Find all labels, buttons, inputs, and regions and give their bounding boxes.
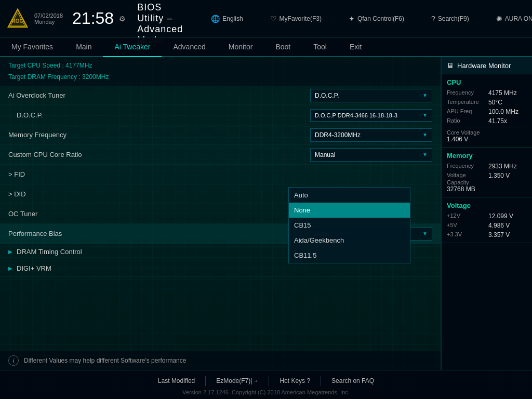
memory-freq-label: Memory Frequency	[8, 131, 310, 139]
hw-memory-section: Memory Frequency 2933 MHz Voltage 1.350 …	[442, 148, 532, 197]
date-display: 07/02/2018Monday	[34, 12, 63, 25]
aura-button[interactable]: ✺ AURA ON/OFF(F4)	[492, 12, 532, 25]
dropdown-arrow5: ▼	[422, 231, 428, 236]
digi-vrm-label: DIGI+ VRM	[17, 264, 51, 272]
mem-cap-val: 32768 MB	[447, 185, 527, 193]
info-text: Different Values may help different Soft…	[24, 357, 186, 364]
core-volt-val: 1.406 V	[447, 136, 527, 143]
apu-freq-key: APU Freq	[447, 108, 485, 115]
ai-overclock-dropdown[interactable]: D.O.C.P. ▼	[310, 89, 432, 102]
option-aida[interactable]: Aida/Geekbench	[289, 233, 410, 248]
hot-keys-button[interactable]: Hot Keys ?	[269, 376, 321, 386]
info-bottom: i Different Values may help different So…	[0, 351, 441, 370]
nav-bar: My Favorites Main Ai Tweaker Advanced Mo…	[0, 37, 532, 57]
mem-volt-val: 1.350 V	[488, 172, 527, 179]
heart-icon: ♡	[270, 15, 277, 23]
nav-main[interactable]: Main	[64, 37, 103, 57]
dropdown-arrow3: ▼	[422, 132, 428, 138]
memory-freq-control[interactable]: DDR4-3200MHz ▼	[310, 128, 432, 142]
option-none[interactable]: None	[289, 203, 410, 218]
oc-tuner-label: OC Tuner	[8, 210, 310, 218]
settings-gear-icon[interactable]: ⚙	[119, 15, 126, 23]
nav-ai-tweaker[interactable]: Ai Tweaker	[103, 37, 162, 57]
header: ROG 07/02/2018Monday 21:58 ⚙ UEFI BIOS U…	[0, 0, 532, 37]
hw-cpu-title: CPU	[447, 78, 527, 86]
settings-area: Ai Overclock Tuner D.O.C.P. ▼ D.O.C.P. D…	[0, 86, 441, 351]
cpu-temp-val: 50°C	[488, 99, 527, 106]
last-modified-button[interactable]: Last Modified	[148, 376, 206, 386]
hw-voltage-title: Voltage	[447, 202, 527, 209]
cpu-core-ratio-dropdown[interactable]: Manual ▼	[310, 148, 432, 162]
globe-icon: 🌐	[211, 15, 220, 23]
option-cb15[interactable]: CB15	[289, 218, 410, 233]
nav-tool[interactable]: Tool	[302, 37, 338, 57]
cpu-core-ratio-label: Custom CPU Core Ratio	[8, 151, 310, 158]
asus-logo: ROG	[6, 6, 29, 31]
docp-dropdown[interactable]: D.O.C.P DDR4-3466 16-18-18-3‌ ▼	[310, 109, 432, 122]
qfan-button[interactable]: ✦ Qfan Control(F6)	[344, 12, 408, 25]
target-dram-freq: Target DRAM Frequency : 3200MHz	[8, 72, 432, 83]
dropdown-arrow: ▼	[422, 92, 428, 98]
docp-label: D.O.C.P.	[8, 111, 310, 119]
nav-boot[interactable]: Boot	[264, 37, 302, 57]
memory-freq-dropdown[interactable]: DDR4-3200MHz ▼	[310, 128, 432, 142]
cpu-freq-key: Frequency	[447, 89, 485, 97]
hw-voltage-grid: +12V 12.099 V +5V 4.986 V +3.3V 3.357 V	[447, 212, 527, 238]
hw-monitor-panel: 🖥 Hardware Monitor CPU Frequency 4175 MH…	[441, 57, 532, 370]
ai-overclock-label: Ai Overclock Tuner	[8, 91, 310, 99]
v5-key: +5V	[447, 222, 485, 229]
nav-my-favorites[interactable]: My Favorites	[0, 37, 64, 57]
mem-cap-key: Capacity	[447, 179, 527, 185]
hw-cpu-section: CPU Frequency 4175 MHz Temperature 50°C …	[442, 74, 532, 148]
hw-voltage-section: Voltage +12V 12.099 V +5V 4.986 V +3.3V …	[442, 197, 532, 243]
v12-val: 12.099 V	[488, 212, 527, 220]
docp-control[interactable]: D.O.C.P DDR4-3466 16-18-18-3‌ ▼	[310, 109, 432, 122]
performance-bias-dropdown-menu[interactable]: Auto None CB15 Aida/Geekbench CB11.5	[288, 187, 410, 263]
ai-overclock-row: Ai Overclock Tuner D.O.C.P. ▼	[0, 86, 441, 105]
cpu-core-ratio-control[interactable]: Manual ▼	[310, 148, 432, 162]
ez-mode-button[interactable]: EzMode(F7)|→	[206, 376, 269, 386]
mem-freq-val: 2933 MHz	[488, 163, 527, 170]
cpu-core-ratio-row: Custom CPU Core Ratio Manual ▼	[0, 145, 441, 165]
docp-row: D.O.C.P. D.O.C.P DDR4-3466 16-18-18-3‌ ▼	[0, 105, 441, 125]
cpu-ratio-key: Ratio	[447, 117, 485, 125]
search-button[interactable]: ? Search(F9)	[427, 12, 473, 25]
myfavorite-button[interactable]: ♡ MyFavorite(F3)	[266, 12, 326, 25]
content-area: Target CPU Speed : 4177MHz Target DRAM F…	[0, 57, 532, 370]
ai-overclock-control[interactable]: D.O.C.P. ▼	[310, 89, 432, 102]
did-label: > DID	[8, 190, 310, 198]
cpu-ratio-val: 41.75x	[488, 117, 527, 125]
hw-memory-grid: Frequency 2933 MHz Voltage 1.350 V	[447, 163, 527, 179]
cpu-temp-key: Temperature	[447, 99, 485, 106]
version-text: Version 2.17.1246. Copyright (C) 2018 Am…	[0, 388, 532, 396]
dram-timing-label: DRAM Timing Control	[17, 248, 82, 256]
divider1	[447, 127, 527, 127]
hw-monitor-title: 🖥 Hardware Monitor	[442, 57, 532, 74]
apu-freq-val: 100.0 MHz	[488, 108, 527, 115]
v33-val: 3.357 V	[488, 231, 527, 238]
search-faq-button[interactable]: Search on FAQ	[321, 376, 384, 386]
v12-key: +12V	[447, 212, 485, 220]
monitor-icon: 🖥	[447, 61, 454, 70]
target-cpu-speed: Target CPU Speed : 4177MHz	[8, 60, 432, 72]
language-button[interactable]: 🌐 English	[207, 12, 247, 25]
performance-bias-label: Performance Bias	[8, 230, 310, 237]
option-auto[interactable]: Auto	[289, 188, 410, 203]
svg-text:ROG: ROG	[12, 18, 24, 24]
search-icon: ?	[431, 15, 435, 23]
expand-arrow-icon: ▶	[8, 249, 12, 255]
cpu-freq-val: 4175 MHz	[488, 89, 527, 97]
hw-memory-title: Memory	[447, 152, 527, 159]
fan-icon: ✦	[349, 15, 355, 23]
mem-freq-key: Frequency	[447, 163, 485, 170]
time-display: 21:58	[72, 9, 114, 28]
dropdown-arrow2: ▼	[422, 112, 428, 118]
option-cb11[interactable]: CB11.5	[289, 248, 410, 263]
footer-buttons: Last Modified EzMode(F7)|→ Hot Keys ? Se…	[0, 374, 532, 388]
nav-advanced[interactable]: Advanced	[162, 37, 217, 57]
nav-monitor[interactable]: Monitor	[217, 37, 264, 57]
nav-exit[interactable]: Exit	[338, 37, 373, 57]
fid-row: > FID	[0, 165, 441, 184]
footer: Last Modified EzMode(F7)|→ Hot Keys ? Se…	[0, 370, 532, 399]
hw-cpu-grid: Frequency 4175 MHz Temperature 50°C APU …	[447, 89, 527, 125]
